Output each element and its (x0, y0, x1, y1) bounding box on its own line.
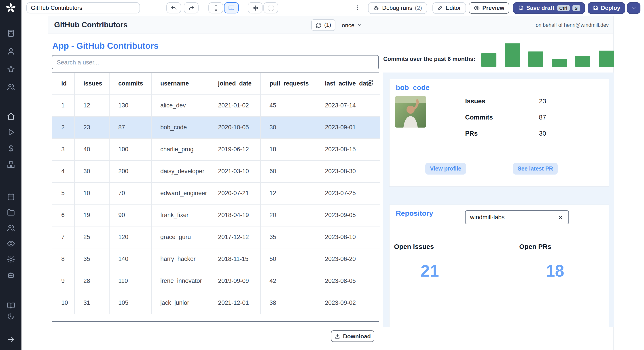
sidebar-item-runs[interactable] (4, 128, 17, 137)
table-cell[interactable]: jack_junior (151, 292, 209, 314)
repository-input[interactable] (465, 210, 569, 224)
table-cell[interactable]: 90 (109, 204, 151, 226)
table-cell[interactable]: 42 (260, 270, 316, 292)
table-cell[interactable]: charlie_prog (151, 138, 209, 160)
table-cell[interactable]: 2023-07-14 (316, 94, 380, 116)
table-cell[interactable]: 4 (52, 160, 74, 182)
table-cell[interactable]: 2020-10-05 (209, 116, 260, 138)
table-cell[interactable]: 2023-08-15 (316, 138, 380, 160)
table-cell[interactable]: 2021-01-02 (209, 94, 260, 116)
table-row[interactable]: 340100charlie_prog2019-06-12182023-08-15 (52, 138, 380, 160)
table-cell[interactable]: 60 (260, 160, 316, 182)
table-row[interactable]: 725120grace_guru2017-12-12352023-08-10 (52, 226, 380, 248)
undo-button[interactable] (166, 2, 181, 14)
desktop-view-button[interactable] (224, 2, 239, 14)
sidebar-item-schedules[interactable] (4, 192, 17, 201)
column-header[interactable]: username (151, 73, 209, 94)
column-header[interactable]: pull_requests (260, 73, 316, 94)
table-row[interactable]: 928110irene_innovator2019-09-09422023-08… (52, 270, 380, 292)
table-cell[interactable]: 20 (260, 204, 316, 226)
table-cell[interactable]: 12 (260, 182, 316, 204)
table-row[interactable]: 22387bob_code2020-10-05302023-09-01 (52, 116, 380, 138)
download-button[interactable]: Download (331, 330, 374, 342)
table-cell[interactable]: 2018-11-15 (209, 248, 260, 270)
table-cell[interactable]: 2023-08-05 (316, 270, 380, 292)
table-cell[interactable]: daisy_developer (151, 160, 209, 182)
table-cell[interactable]: 38 (260, 292, 316, 314)
table-cell[interactable]: 2023-09-02 (316, 292, 380, 314)
table-cell[interactable]: 2021-12-01 (209, 292, 260, 314)
sidebar-item-audit[interactable] (4, 239, 17, 248)
sidebar-item-expand[interactable] (4, 335, 17, 344)
table-cell[interactable]: edward_engineer (151, 182, 209, 204)
deploy-button[interactable]: Deploy (588, 2, 625, 14)
refresh-app-button[interactable]: (1) (311, 19, 336, 31)
sidebar-item-docs[interactable] (4, 301, 17, 310)
app-name-input[interactable] (26, 2, 140, 14)
sidebar-item-variables[interactable] (4, 144, 17, 153)
align-center-button[interactable] (248, 2, 262, 14)
table-cell[interactable]: irene_innovator (151, 270, 209, 292)
table-cell[interactable]: 40 (74, 138, 109, 160)
table-row[interactable]: 835140harry_hacker2018-11-15502023-06-20 (52, 248, 380, 270)
sidebar-item-users[interactable] (4, 82, 17, 91)
table-cell[interactable]: 2023-07-25 (316, 182, 380, 204)
table-cell[interactable]: 6 (52, 204, 74, 226)
sidebar-item-home[interactable] (4, 111, 17, 120)
table-cell[interactable]: grace_guru (151, 226, 209, 248)
more-options-button[interactable] (353, 2, 362, 14)
maximize-button[interactable] (264, 2, 278, 14)
table-cell[interactable]: 2019-06-12 (209, 138, 260, 160)
table-cell[interactable]: 2021-03-10 (209, 160, 260, 182)
table-cell[interactable]: 87 (109, 116, 151, 138)
windmill-logo[interactable] (4, 4, 17, 13)
table-cell[interactable]: 2023-06-20 (316, 248, 380, 270)
sidebar-item-workers[interactable] (4, 270, 17, 279)
debug-runs-button[interactable]: Debug runs (2) (368, 2, 427, 14)
clear-repository-button[interactable] (555, 212, 566, 223)
table-cell[interactable]: 2023-09-05 (316, 204, 380, 226)
table-cell[interactable]: 3 (52, 138, 74, 160)
table-cell[interactable]: 110 (109, 270, 151, 292)
mobile-view-button[interactable] (208, 2, 223, 14)
table-row[interactable]: 61990frank_fixer2018-04-19202023-09-05 (52, 204, 380, 226)
sidebar-item-settings[interactable] (4, 255, 17, 264)
sidebar-item-folders[interactable] (4, 208, 17, 217)
table-cell[interactable]: 2023-08-10 (316, 226, 380, 248)
table-cell[interactable]: bob_code (151, 116, 209, 138)
see-latest-pr-button[interactable]: See latest PR (513, 163, 558, 175)
table-cell[interactable]: 2020-07-21 (209, 182, 260, 204)
table-cell[interactable]: 70 (109, 182, 151, 204)
table-cell[interactable]: 19 (74, 204, 109, 226)
table-cell[interactable]: 45 (260, 94, 316, 116)
table-cell[interactable]: 140 (109, 248, 151, 270)
table-cell[interactable]: frank_fixer (151, 204, 209, 226)
table-cell[interactable]: 10 (74, 182, 109, 204)
table-cell[interactable]: 35 (260, 226, 316, 248)
table-cell[interactable]: 23 (74, 116, 109, 138)
column-header[interactable]: issues (74, 73, 109, 94)
schedule-select[interactable]: once (342, 22, 362, 29)
preview-tab-button[interactable]: Preview (468, 2, 509, 14)
table-cell[interactable]: 2023-09-01 (316, 116, 380, 138)
column-header[interactable]: commits (109, 73, 151, 94)
table-cell[interactable]: 12 (74, 94, 109, 116)
table-cell[interactable]: 2 (52, 116, 74, 138)
table-cell[interactable]: 130 (109, 94, 151, 116)
sidebar-item-user[interactable] (4, 47, 17, 56)
table-cell[interactable]: harry_hacker (151, 248, 209, 270)
redo-button[interactable] (184, 2, 198, 14)
table-row[interactable]: 112130alice_dev2021-01-02452023-07-14 (52, 94, 380, 116)
table-cell[interactable]: 2018-04-19 (209, 204, 260, 226)
table-refresh-button[interactable] (364, 77, 376, 89)
table-cell[interactable]: 31 (74, 292, 109, 314)
table-cell[interactable]: 18 (260, 138, 316, 160)
table-cell[interactable]: 30 (74, 160, 109, 182)
table-cell[interactable]: 100 (109, 138, 151, 160)
table-row[interactable]: 1031105jack_junior2021-12-01382023-09-02 (52, 292, 380, 314)
table-cell[interactable]: 28 (74, 270, 109, 292)
table-cell[interactable]: 7 (52, 226, 74, 248)
table-cell[interactable]: 50 (260, 248, 316, 270)
table-cell[interactable]: 8 (52, 248, 74, 270)
table-cell[interactable]: 2019-09-09 (209, 270, 260, 292)
